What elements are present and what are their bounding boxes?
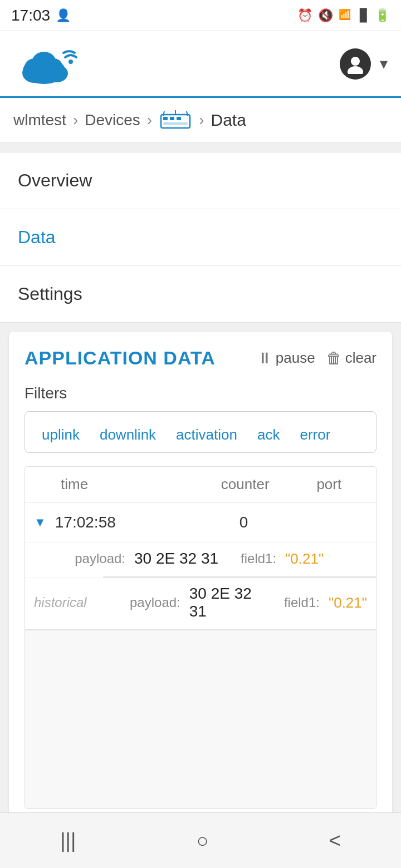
nav-settings[interactable]: Settings [0, 266, 401, 322]
breadcrumb-sep-3: › [199, 111, 204, 129]
filter-downlink[interactable]: downlink [94, 423, 162, 447]
filter-uplink[interactable]: uplink [36, 423, 85, 447]
svg-point-5 [25, 58, 45, 76]
historical-payload-value: 30 2E 32 31 [189, 585, 262, 620]
user-status-icon: 👤 [56, 8, 71, 23]
breadcrumb-devices[interactable]: Devices [85, 111, 140, 129]
svg-rect-11 [163, 117, 168, 120]
cloud-logo-svg [13, 42, 86, 86]
nav-menu: Overview Data Settings [0, 152, 401, 323]
signal-icon: ▊ [360, 8, 369, 23]
breadcrumb: wlmtest › Devices › › Data [0, 98, 401, 143]
app-data-title: APPLICATION DATA [25, 347, 216, 369]
breadcrumb-device-icon[interactable] [159, 109, 192, 131]
breadcrumb-data[interactable]: Data [211, 111, 246, 130]
battery-icon: 🔋 [375, 8, 390, 23]
app-data-actions: ⏸ pause 🗑 clear [257, 349, 376, 367]
filters-label: Filters [25, 384, 376, 402]
svg-point-8 [351, 57, 360, 66]
status-icons: ⏰ 🔇 📶 ▊ 🔋 [297, 8, 390, 23]
payload-label: payload: [47, 551, 125, 566]
avatar[interactable] [340, 48, 371, 80]
app-data-card: APPLICATION DATA ⏸ pause 🗑 clear Filters… [9, 332, 392, 825]
app-data-header: APPLICATION DATA ⏸ pause 🗑 clear [25, 347, 376, 369]
wifi-icon: 📶 [339, 8, 354, 23]
filters-section: Filters uplink downlink activation ack e… [25, 384, 376, 453]
breadcrumb-sep-2: › [147, 111, 152, 129]
nav-data[interactable]: Data [0, 209, 401, 266]
pause-button[interactable]: ⏸ pause [257, 349, 315, 367]
breadcrumb-sep-1: › [73, 111, 78, 129]
time-display: 17:03 [11, 7, 50, 24]
pause-label: pause [276, 349, 315, 367]
filter-ack[interactable]: ack [252, 423, 285, 447]
svg-rect-13 [177, 117, 181, 120]
svg-point-6 [45, 58, 62, 74]
clear-button[interactable]: 🗑 clear [326, 349, 376, 367]
row-counter: 0 [195, 514, 293, 531]
trash-icon: 🗑 [326, 349, 342, 367]
historical-field1-value: "0.21" [329, 594, 367, 611]
payload-value: 30 2E 32 31 [134, 550, 218, 568]
clear-label: clear [345, 349, 376, 367]
svg-rect-10 [161, 115, 190, 128]
col-header-counter: counter [195, 476, 296, 493]
row-expand-icon[interactable]: ▼ [34, 515, 46, 530]
device-icon-svg [159, 109, 192, 131]
svg-text:📶: 📶 [339, 8, 351, 20]
field1-label: field1: [241, 551, 276, 566]
svg-rect-17 [163, 122, 188, 125]
app-header: ▾ [0, 31, 401, 98]
pause-icon: ⏸ [257, 349, 272, 367]
table-header: time counter port [25, 467, 376, 502]
col-header-time: time [38, 476, 195, 493]
historical-payload-label: payload: [130, 595, 180, 610]
field1-value: "0.21" [285, 550, 324, 568]
alarm-icon: ⏰ [297, 8, 312, 23]
breadcrumb-wlmtest[interactable]: wlmtest [13, 111, 66, 129]
filters-box: uplink downlink activation ack error [25, 411, 376, 453]
bottom-nav: ||| ○ < [0, 812, 401, 868]
nav-overview[interactable]: Overview [0, 152, 401, 209]
svg-point-7 [69, 60, 73, 64]
status-time: 17:03 👤 [11, 7, 71, 24]
col-header-port: port [296, 476, 363, 493]
status-bar: 17:03 👤 ⏰ 🔇 📶 ▊ 🔋 [0, 0, 401, 31]
home-button[interactable]: ○ [183, 820, 222, 861]
historical-label: historical [34, 595, 112, 610]
filter-activation[interactable]: activation [170, 423, 243, 447]
cloud-logo[interactable] [13, 42, 86, 86]
mute-icon: 🔇 [318, 8, 333, 23]
dropdown-arrow-icon[interactable]: ▾ [380, 55, 388, 73]
back-button[interactable]: < [316, 820, 354, 861]
header-right: ▾ [340, 48, 388, 80]
data-table: time counter port ▼ 17:02:58 0 payload: … [25, 466, 376, 809]
table-row: ▼ 17:02:58 0 payload: 30 2E 32 31 field1… [25, 502, 376, 808]
svg-rect-12 [170, 117, 174, 120]
row-main[interactable]: ▼ 17:02:58 0 [25, 502, 376, 542]
row-time: 17:02:58 [55, 514, 186, 531]
historical-field1-label: field1: [284, 595, 320, 610]
filter-error[interactable]: error [294, 423, 336, 447]
svg-point-9 [348, 66, 363, 74]
row-payload: payload: 30 2E 32 31 field1: "0.21" [25, 542, 376, 576]
avatar-icon [345, 54, 365, 74]
back-stack-button[interactable]: ||| [47, 820, 89, 861]
data-empty-area [25, 630, 376, 808]
historical-row: historical payload: 30 2E 32 31 field1: … [25, 578, 376, 629]
